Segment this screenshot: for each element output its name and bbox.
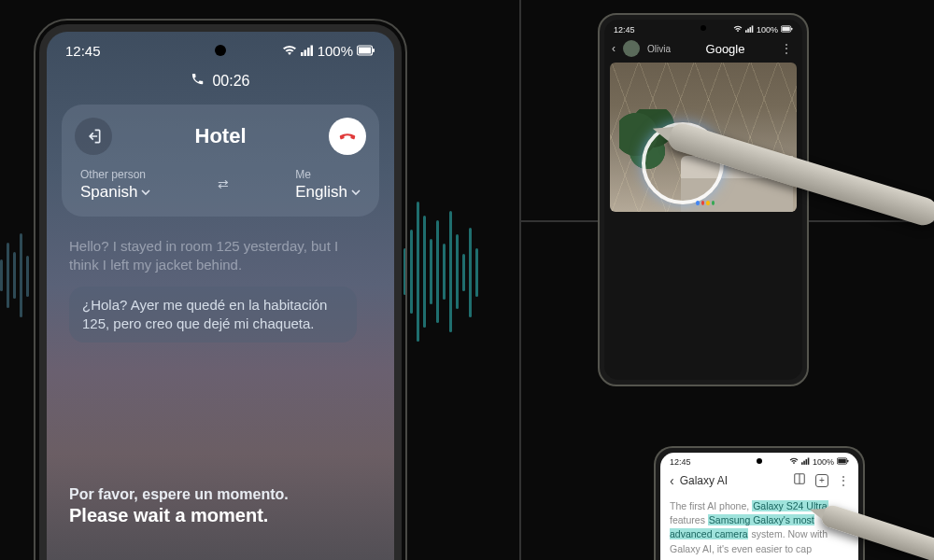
wifi-icon: [282, 43, 297, 59]
back-button[interactable]: ‹: [670, 473, 674, 488]
other-language-selector[interactable]: Other person Spanish: [80, 168, 150, 202]
me-language-selector[interactable]: Me English: [295, 168, 361, 202]
more-menu-button[interactable]: ⋮: [838, 474, 849, 487]
live-translation-target: Please wait a moment.: [69, 505, 289, 526]
me-language-label: Me: [295, 168, 361, 181]
me-language-value: English: [295, 183, 347, 202]
contact-name: Olivia: [647, 44, 671, 54]
phone-frame-top-right: 12:45 100% ‹ Olivia Google ⋮: [598, 13, 809, 386]
signal-icon: [301, 43, 314, 59]
signal-icon: [745, 25, 754, 35]
battery-icon: [837, 457, 849, 467]
translate-card: Hotel Other person Spanish ⇄: [62, 105, 379, 217]
chevron-down-icon: [141, 188, 150, 197]
svg-rect-13: [791, 28, 792, 31]
svg-rect-10: [752, 25, 754, 32]
svg-rect-12: [782, 27, 789, 32]
audio-wave-left: [0, 233, 29, 317]
call-title: Hotel: [195, 124, 247, 148]
battery-icon: [357, 43, 375, 59]
svg-rect-19: [838, 459, 845, 464]
search-brand-logo: Google: [678, 42, 772, 56]
svg-rect-0: [301, 52, 304, 56]
svg-rect-7: [745, 30, 747, 33]
battery-text: 100%: [318, 43, 353, 59]
page-title: Galaxy AI: [680, 474, 728, 487]
browser-toolbar: ‹ Galaxy AI + ⋮: [660, 469, 858, 494]
transcript-original: Hello? I stayed in room 125 yesterday, b…: [69, 237, 372, 275]
svg-rect-17: [808, 457, 810, 464]
new-tab-button[interactable]: +: [815, 474, 828, 487]
battery-icon: [781, 25, 793, 35]
svg-rect-14: [801, 462, 803, 465]
camera-hole-icon: [215, 45, 226, 56]
phone-frame-bottom-right: 12:45 100% ‹ Galaxy AI + ⋮: [654, 446, 865, 560]
reader-mode-icon[interactable]: [793, 472, 806, 488]
article-text: features: [670, 514, 708, 525]
contact-avatar[interactable]: [623, 40, 640, 57]
panel-divider-vertical: [519, 0, 521, 560]
status-time: 12:45: [65, 43, 101, 59]
svg-rect-5: [359, 48, 371, 54]
svg-rect-2: [307, 48, 310, 56]
live-translation-source: Por favor, espere un momento.: [69, 486, 289, 503]
back-button[interactable]: ‹: [612, 42, 616, 55]
svg-rect-9: [749, 27, 751, 33]
svg-rect-6: [373, 49, 375, 52]
call-duration: 00:26: [212, 73, 249, 90]
wifi-icon: [789, 457, 799, 467]
end-call-button[interactable]: [329, 118, 366, 155]
exit-translate-button[interactable]: [75, 118, 112, 155]
phone-screen-left: 12:45 100% 00:2: [47, 32, 394, 560]
phone-screen-top-right: 12:45 100% ‹ Olivia Google ⋮: [604, 20, 802, 380]
wifi-icon: [733, 25, 743, 35]
other-language-label: Other person: [80, 168, 150, 181]
phone-frame-left: 12:45 100% 00:2: [39, 24, 402, 560]
more-menu-button[interactable]: ⋮: [780, 41, 793, 56]
article-text: The first AI phone,: [670, 500, 752, 511]
other-language-value: Spanish: [80, 183, 137, 202]
status-time: 12:45: [670, 457, 691, 467]
call-duration-row: 00:26: [47, 64, 394, 99]
svg-rect-8: [747, 29, 749, 33]
svg-rect-16: [805, 459, 807, 465]
audio-wave-right: [403, 202, 478, 342]
svg-rect-20: [847, 460, 848, 463]
svg-rect-15: [803, 461, 805, 465]
google-dots-icon: [696, 201, 715, 206]
camera-hole-icon: [757, 458, 762, 464]
camera-hole-icon: [700, 25, 706, 31]
live-translation: Por favor, espere un momento. Please wai…: [69, 486, 289, 526]
status-time: 12:45: [614, 25, 635, 35]
transcript-translated: ¿Hola? Ayer me quedé en la habitación 12…: [69, 287, 357, 343]
svg-rect-1: [304, 50, 306, 57]
swap-languages-button[interactable]: ⇄: [218, 176, 229, 191]
signal-icon: [801, 457, 810, 467]
battery-text: 100%: [757, 25, 778, 35]
transcript: Hello? I stayed in room 125 yesterday, b…: [47, 228, 394, 348]
chevron-down-icon: [351, 188, 361, 197]
phone-icon: [191, 72, 205, 90]
svg-rect-3: [310, 46, 313, 57]
battery-text: 100%: [813, 457, 834, 467]
